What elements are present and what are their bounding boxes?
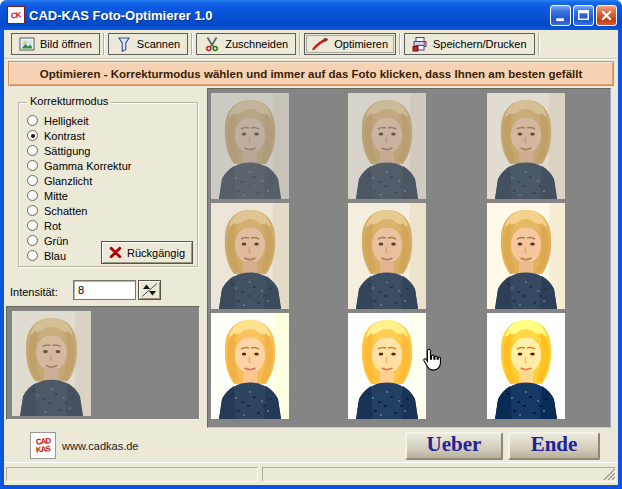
- resize-grip[interactable]: [603, 468, 616, 481]
- photo-variant-image: [211, 93, 289, 199]
- exit-button-label: Ende: [531, 432, 578, 457]
- intensity-label: Intensität:: [10, 286, 58, 298]
- red-x-icon: [109, 246, 122, 259]
- brush-icon: [312, 36, 329, 52]
- website-link[interactable]: www.cadkas.de: [62, 440, 138, 452]
- intensity-spinner[interactable]: [138, 280, 161, 300]
- undo-button[interactable]: Rückgängig: [101, 241, 193, 264]
- toolbar-button-save-print[interactable]: Speichern/Drucken: [404, 33, 535, 55]
- close-button[interactable]: [596, 5, 617, 26]
- photo-variant-7[interactable]: [211, 313, 289, 419]
- crop-scissors-icon: [204, 36, 220, 52]
- portrait-photo: [348, 93, 426, 199]
- toolbar-separator: [399, 33, 401, 55]
- variant-grid-panel: [207, 88, 611, 428]
- toolbar-button-label: Scannen: [137, 38, 180, 50]
- toolbar-button-crop[interactable]: Zuschneiden: [196, 33, 296, 55]
- instruction-banner: Optimieren - Korrekturmodus wählen und i…: [8, 61, 614, 86]
- photo-variant-image: [348, 93, 426, 199]
- logo-text: KAS: [36, 445, 51, 455]
- portrait-photo: [12, 311, 91, 416]
- radio-label: Blau: [44, 250, 66, 262]
- app-icon: CK: [7, 6, 25, 24]
- photo-variant-image: [348, 203, 426, 309]
- maximize-button[interactable]: [573, 5, 594, 26]
- radio-circle-icon: [27, 115, 38, 126]
- radio-option-rot[interactable]: Rot: [27, 218, 131, 233]
- image-open-icon: [19, 36, 35, 52]
- radio-option-glanzlicht[interactable]: Glanzlicht: [27, 173, 131, 188]
- radio-option-mitte[interactable]: Mitte: [27, 188, 131, 203]
- photo-variant-8[interactable]: [348, 313, 426, 419]
- portrait-photo: [211, 313, 289, 419]
- about-button[interactable]: Ueber: [405, 432, 503, 460]
- app-window: CK CAD-KAS Foto-Optimierer 1.0 Bild öffn…: [0, 0, 622, 489]
- portrait-photo: [348, 203, 426, 309]
- radio-circle-icon: [27, 235, 38, 246]
- toolbar-button-label: Speichern/Drucken: [433, 38, 527, 50]
- radio-label: Mitte: [44, 190, 68, 202]
- intensity-input[interactable]: 8: [73, 280, 136, 300]
- current-photo: [12, 311, 91, 416]
- portrait-photo: [487, 93, 565, 199]
- current-photo-panel: [6, 306, 200, 420]
- photo-variant-5[interactable]: [348, 203, 426, 309]
- scanner-icon: [116, 36, 132, 52]
- photo-variant-4[interactable]: [211, 203, 289, 309]
- status-panel-1: [6, 467, 258, 482]
- radio-label: Gamma Korrektur: [44, 160, 131, 172]
- photo-variant-image: [487, 93, 565, 199]
- radio-circle-icon: [27, 205, 38, 216]
- portrait-photo: [487, 313, 565, 419]
- exit-button[interactable]: Ende: [508, 432, 600, 460]
- radio-circle-icon: [27, 130, 38, 141]
- photo-variant-image: [348, 313, 426, 419]
- radio-label: Glanzlicht: [44, 175, 92, 187]
- radio-circle-icon: [27, 250, 38, 261]
- photo-variant-1[interactable]: [211, 93, 289, 199]
- toolbar-button-scan[interactable]: Scannen: [108, 33, 188, 55]
- photo-variant-3[interactable]: [487, 93, 565, 199]
- client-area: Bild öffnen Scannen Zuschneiden: [4, 30, 618, 485]
- toolbar-button-open-image[interactable]: Bild öffnen: [11, 33, 100, 55]
- portrait-photo: [487, 203, 565, 309]
- cadkas-logo: CAD KAS: [30, 432, 56, 459]
- radio-label: Helligkeit: [44, 115, 89, 127]
- toolbar: Bild öffnen Scannen Zuschneiden: [4, 30, 618, 59]
- close-icon: [599, 8, 614, 23]
- radio-option-schatten[interactable]: Schatten: [27, 203, 131, 218]
- radio-label: Grün: [44, 235, 68, 247]
- radio-circle-icon: [27, 160, 38, 171]
- photo-variant-image: [211, 313, 289, 419]
- window-title: CAD-KAS Foto-Optimierer 1.0: [29, 8, 548, 23]
- photo-variant-2[interactable]: [348, 93, 426, 199]
- radio-label: Kontrast: [44, 130, 85, 142]
- minimize-button[interactable]: [550, 5, 571, 26]
- radio-option-helligkeit[interactable]: Helligkeit: [27, 113, 131, 128]
- photo-variant-6[interactable]: [487, 203, 565, 309]
- current-photo-image: [12, 311, 91, 416]
- correction-mode-groupbox: Korrekturmodus Helligkeit Kontrast Sätti…: [18, 102, 198, 267]
- status-panel-2: [262, 467, 616, 482]
- photo-variant-image: [211, 203, 289, 309]
- portrait-photo: [348, 313, 426, 419]
- toolbar-separator: [538, 33, 540, 55]
- radio-circle-icon: [27, 190, 38, 201]
- radio-option-kontrast[interactable]: Kontrast: [27, 128, 131, 143]
- maximize-icon: [576, 8, 591, 23]
- minimize-icon: [553, 8, 568, 23]
- radio-circle-icon: [27, 220, 38, 231]
- radio-circle-icon: [27, 175, 38, 186]
- groupbox-title: Korrekturmodus: [27, 95, 111, 107]
- radio-option-gamma-korrektur[interactable]: Gamma Korrektur: [27, 158, 131, 173]
- toolbar-button-optimize[interactable]: Optimieren: [304, 33, 396, 55]
- radio-label: Rot: [44, 220, 61, 232]
- radio-option-saettigung[interactable]: Sättigung: [27, 143, 131, 158]
- radio-label: Sättigung: [44, 145, 90, 157]
- toolbar-button-label: Bild öffnen: [40, 38, 92, 50]
- radio-circle-icon: [27, 145, 38, 156]
- spin-up-down-icon: [140, 282, 159, 298]
- save-print-icon: [412, 36, 428, 52]
- photo-variant-9[interactable]: [487, 313, 565, 419]
- titlebar: CK CAD-KAS Foto-Optimierer 1.0: [0, 0, 622, 30]
